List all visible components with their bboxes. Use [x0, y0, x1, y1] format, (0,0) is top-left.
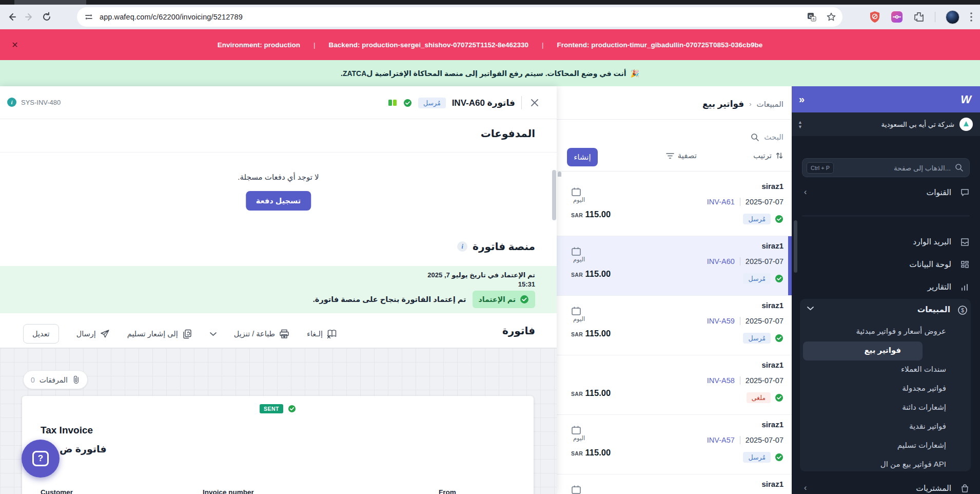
divider [740, 436, 740, 444]
invoice-heading: فاتورة [502, 325, 535, 337]
toolbar-divider [935, 12, 935, 22]
sort-button[interactable]: ترتيب [753, 151, 783, 160]
verified-icon [775, 453, 783, 462]
translate-icon[interactable]: Ga [807, 12, 817, 22]
goto-page-placeholder: الذهاب إلى صفحة... [894, 164, 951, 172]
attachments-button[interactable]: المرفقات 0 [23, 370, 88, 389]
sidebar-item-purchases[interactable]: المشتريات ‹ [792, 478, 980, 494]
edit-button[interactable]: تعديل [23, 324, 59, 344]
profile-avatar[interactable] [946, 10, 959, 24]
info-icon[interactable]: i [457, 241, 467, 252]
sidebar-item-sales[interactable]: $ المبيعات [800, 299, 971, 322]
chevron-down-ic[interactable] [210, 332, 217, 336]
invoice-list-item[interactable]: siraz1 2025-07-07 INV-A56 [557, 474, 792, 494]
collapse-sidebar-icon[interactable]: » [799, 93, 803, 105]
invoice-list-item[interactable]: siraz1 2025-07-07 INV-A58 ملغى SAR 115.0… [557, 355, 792, 415]
divider [521, 96, 522, 109]
close-icon[interactable] [528, 96, 541, 109]
svg-text:a: a [813, 17, 815, 21]
amount-value: 115.00 [585, 388, 611, 397]
divider [0, 152, 557, 153]
backend-label: Backend: production-sergei_shishov-07072… [329, 41, 528, 49]
approved-message: تم إعتماد الفاتورة بنجاح على منصة فاتورة… [313, 295, 466, 303]
sidebar-item-reports[interactable]: التقارير [792, 276, 980, 299]
sidebar-item-dashboard[interactable]: لوحة البيانات [792, 254, 980, 276]
record-payment-button[interactable]: تسجيل دفعة [246, 191, 311, 211]
print-download-button[interactable]: طباعة / تنزيل [234, 329, 289, 339]
forward-icon[interactable] [21, 8, 38, 26]
sort-icon [775, 151, 783, 160]
shield-extension-icon[interactable] [869, 11, 880, 23]
close-banner-icon[interactable]: ✕ [7, 37, 23, 52]
invoice-number-link[interactable]: INV-A59 [707, 317, 735, 325]
calendar-icon [571, 246, 582, 257]
sidebar-item-sales-invoices[interactable]: فواتير بيع [803, 341, 923, 360]
status-badge: مُرسل [743, 452, 771, 463]
banner-separator: | [542, 41, 544, 49]
back-icon[interactable] [3, 8, 21, 26]
sidebar-item-channels[interactable]: القنوات ‹ [792, 182, 980, 204]
sidebar-item-customer-receipts[interactable]: سندات العملاء [800, 360, 971, 379]
status-badge: مُرسل [743, 333, 771, 344]
invoice-list-panel: المبيعات ‹ فواتير بيع البحث ترتيب تصفية [557, 86, 792, 494]
invoice-number-link[interactable]: INV-A61 [707, 198, 735, 206]
submenu-label: إشعارات دائنة [902, 403, 946, 412]
extensions-puzzle-icon[interactable] [913, 11, 925, 23]
sidebar-item-cash-invoices[interactable]: فواتير نقدية [800, 417, 971, 436]
sidebar-scrollbar[interactable] [794, 220, 797, 273]
invoice-list-item-selected[interactable]: siraz1 2025-07-07 INV-A60 مُرسل اليوم SA… [557, 236, 792, 296]
company-switcher[interactable]: شركة تي أيه بي السعودية ▲▼ [792, 112, 980, 136]
goto-page-search[interactable]: الذهاب إلى صفحة... Ctrl + P [802, 158, 970, 177]
create-button[interactable]: إنشاء [567, 148, 598, 166]
fatoora-heading: منصة فاتورة [473, 240, 535, 253]
purchases-icon [960, 484, 970, 493]
pink-extension-icon[interactable] [891, 11, 903, 23]
invoice-number-link[interactable]: INV-A60 [707, 257, 735, 265]
filter-button[interactable]: تصفية [666, 151, 697, 160]
sidebar-item-delivery-notes[interactable]: إشعارات تسليم [800, 436, 971, 455]
sidebar-item-inbox[interactable]: البريد الوارد [792, 231, 980, 254]
divider [557, 119, 792, 120]
to-delivery-note-button[interactable]: إلى إشعار تسليم [127, 329, 192, 339]
search-icon [751, 133, 759, 142]
invoice-list-item[interactable]: siraz1 2025-07-07 INV-A57 مُرسل اليوم SA… [557, 415, 792, 474]
sidebar-item-quotes[interactable]: عروض أسعار و فواتير مبدئية [800, 322, 971, 341]
sales-icon: $ [957, 305, 968, 315]
sidebar-item-api-invoices[interactable]: فواتير بيع من ال API [800, 455, 971, 474]
approved-time: 15:31 [518, 280, 535, 288]
breadcrumb-parent[interactable]: المبيعات [757, 100, 783, 109]
detail-scrollbar[interactable] [552, 170, 556, 220]
verified-icon [775, 215, 783, 223]
invoice-number-link[interactable]: INV-A57 [707, 436, 735, 444]
url-bar[interactable]: app.wafeq.com/c/62200/invoicing/5212789 … [77, 7, 842, 27]
url-text[interactable]: app.wafeq.com/c/62200/invoicing/5212789 [100, 13, 243, 21]
list-search[interactable]: البحث [751, 132, 783, 142]
reports-icon [960, 282, 970, 292]
invoice-list-item[interactable]: siraz1 2025-07-07 INV-A59 مُرسل اليوم SA… [557, 296, 792, 355]
site-info-icon[interactable] [84, 12, 93, 22]
invoice-document-preview[interactable]: SENT Tax Invoice فاتورة ض Customer Invoi… [22, 396, 534, 494]
active-tab[interactable] [14, 0, 86, 5]
breadcrumb-separator: ‹ [749, 100, 751, 108]
breadcrumb: المبيعات ‹ فواتير بيع [702, 99, 783, 109]
send-button[interactable]: إرسال [76, 329, 110, 338]
attachments-label: المرفقات [40, 376, 68, 384]
reload-icon[interactable] [38, 8, 55, 26]
sidebar-item-scheduled-invoices[interactable]: فواتير مجدولة [800, 379, 971, 398]
info-icon[interactable]: i [7, 98, 16, 107]
sidebar-item-credit-notes[interactable]: إشعارات دائنة [800, 398, 971, 417]
filter-label: تصفية [678, 151, 697, 160]
help-button[interactable]: ? [22, 440, 60, 478]
invoice-number-link[interactable]: INV-A58 [707, 376, 735, 385]
tax-invoice-title-arabic: فاتورة ض [60, 443, 107, 455]
sidebar-item-label: لوحة البيانات [909, 260, 951, 269]
document-pages-icon [388, 99, 397, 107]
cancel-invoice-button[interactable]: إلـغاء [307, 329, 337, 338]
invoice-list-item[interactable]: siraz1 2025-07-07 INV-A61 مُرسل اليوم SA… [557, 177, 792, 236]
submenu-label: فواتير نقدية [909, 422, 946, 431]
sent-stamp: SENT [260, 404, 283, 413]
customer-name: siraz1 [761, 301, 783, 310]
sidebar-item-label: المبيعات [917, 305, 950, 314]
browser-menu-icon[interactable] [970, 12, 973, 22]
bookmark-star-icon[interactable] [826, 12, 836, 22]
